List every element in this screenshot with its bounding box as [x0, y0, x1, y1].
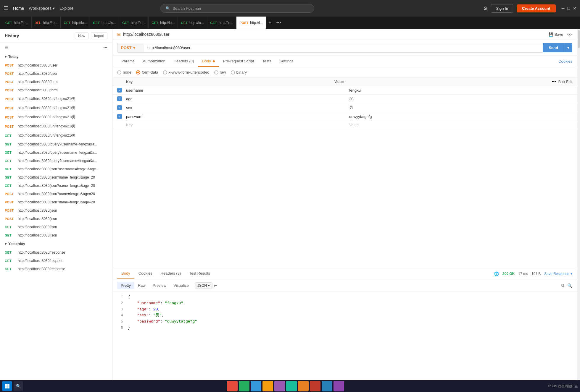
tab-settings[interactable]: Settings [276, 56, 298, 67]
tab-6[interactable]: GET http://lo... [178, 17, 207, 29]
key-placeholder[interactable]: Key [126, 123, 349, 127]
taskbar-app-4[interactable] [262, 381, 273, 391]
tab-0[interactable]: GET http://lo... [2, 17, 32, 29]
hamburger-icon[interactable]: ☰ [4, 5, 8, 12]
list-item[interactable]: POST http://localhost:8080/json [0, 206, 112, 215]
checkbox-sex[interactable] [117, 105, 122, 110]
taskbar-app-7[interactable] [298, 381, 309, 391]
vertical-scrollbar[interactable] [577, 29, 580, 380]
today-group-label[interactable]: ▾ Today [0, 52, 112, 61]
tab-5[interactable]: GET http://lo... [149, 17, 178, 29]
list-item[interactable]: GET http://localhost:8080/request [0, 257, 112, 265]
key-sex[interactable]: sex [126, 106, 349, 110]
checkbox-age[interactable] [117, 96, 122, 101]
taskbar-app-3[interactable] [251, 381, 261, 391]
search-taskbar-button[interactable]: 🔍 [14, 381, 23, 391]
start-button[interactable] [2, 381, 12, 391]
list-item[interactable]: POST http://localhost:8080/user [0, 69, 112, 78]
list-item[interactable]: POST http://localhost:8080/uri/fengxu/21… [0, 113, 112, 122]
taskbar-app-2[interactable] [239, 381, 249, 391]
create-account-button[interactable]: Create Account [517, 4, 556, 12]
res-tab-test-results[interactable]: Test Results [185, 268, 214, 279]
nav-workspaces[interactable]: Workspaces ▾ [29, 6, 55, 11]
list-item[interactable]: POST http://localhost:8080/json?name=fen… [0, 198, 112, 206]
taskbar-app-6[interactable] [286, 381, 297, 391]
list-item[interactable]: GET http://localhost:8080/json [0, 231, 112, 239]
send-dropdown-button[interactable]: ▾ [564, 43, 572, 52]
option-urlencoded[interactable]: x-www-form-urlencoded [163, 70, 210, 74]
more-options-icon[interactable]: ••• [552, 80, 556, 84]
value-sex[interactable]: 男 [349, 105, 572, 110]
taskbar-app-5[interactable] [274, 381, 285, 391]
filter-icon[interactable]: ☰ [5, 45, 9, 50]
list-item[interactable]: GET http://localhost:8080/uri/fengxu/21/… [0, 131, 112, 140]
import-button[interactable]: Import [91, 33, 107, 39]
tab-authorization[interactable]: Authorization [139, 56, 170, 67]
scrollbar-thumb[interactable] [578, 30, 580, 48]
value-placeholder[interactable]: Value [349, 123, 572, 127]
cookies-link[interactable]: Cookies [558, 59, 572, 64]
nav-home[interactable]: Home [13, 6, 24, 11]
wrap-icon[interactable]: ⇌ [214, 283, 217, 288]
value-password[interactable]: quwyytatgefg [349, 114, 572, 119]
list-item[interactable]: GET http://localhost:8080/query?username… [0, 140, 112, 148]
taskbar-app-8[interactable] [310, 381, 320, 391]
tab-7[interactable]: GET http://lo... [207, 17, 236, 29]
save-response-button[interactable]: Save Response ▾ [544, 272, 572, 276]
tab-3[interactable]: GET http://lo... [90, 17, 119, 29]
value-age[interactable]: 20 [349, 97, 572, 101]
list-item[interactable]: POST http://localhost:8080/form [0, 78, 112, 86]
tab-headers[interactable]: Headers (8) [170, 56, 198, 67]
taskbar-app-10[interactable] [334, 381, 344, 391]
new-button[interactable]: New [75, 33, 88, 39]
checkbox-password[interactable] [117, 114, 122, 119]
tab-8-active[interactable]: POST http://l... [236, 17, 266, 29]
res-body-tab-raw[interactable]: Raw [134, 282, 149, 289]
tab-body[interactable]: Body [198, 56, 219, 67]
res-tab-body[interactable]: Body [117, 268, 134, 279]
send-button[interactable]: Send [543, 43, 564, 52]
taskbar-app-1[interactable] [227, 381, 238, 391]
method-select[interactable]: POST ▾ [117, 43, 144, 53]
list-item[interactable]: POST http://localhost:8080/uri/fengxu/21… [0, 122, 112, 131]
tab-tests[interactable]: Tests [258, 56, 275, 67]
settings-icon[interactable]: ⚙ [483, 6, 487, 11]
tab-1[interactable]: DEL http://lo... [32, 17, 61, 29]
more-tabs-button[interactable]: ••• [274, 20, 283, 25]
checkbox-username[interactable] [117, 88, 122, 93]
list-item[interactable]: GET http://localhost:8080/query?username… [0, 148, 112, 157]
format-select[interactable]: JSON ▾ [195, 282, 212, 289]
list-item[interactable]: POST http://localhost:8080/form [0, 86, 112, 94]
list-item[interactable]: GET http://localhost:8080/json?name=feng… [0, 173, 112, 182]
option-raw[interactable]: raw [214, 70, 226, 74]
minimize-button[interactable]: ─ [562, 6, 565, 11]
res-body-tab-pretty[interactable]: Pretty [117, 282, 134, 289]
sidebar-more-icon[interactable]: ••• [103, 46, 107, 50]
key-username[interactable]: username [126, 88, 349, 93]
list-item[interactable]: GET http://localhost:8080/json?name=feng… [0, 182, 112, 190]
url-input[interactable] [144, 43, 543, 53]
sign-in-button[interactable]: Sign In [491, 4, 513, 13]
taskbar-app-9[interactable] [322, 381, 332, 391]
tab-params[interactable]: Params [117, 56, 139, 67]
list-item[interactable]: GET http://localhost:8080/response [0, 265, 112, 273]
list-item[interactable]: POST http://localhost:8080/json [0, 215, 112, 223]
list-item[interactable]: POST http://localhost:8080/json?name=fen… [0, 190, 112, 198]
option-form-data[interactable]: form-data [136, 70, 158, 74]
list-item[interactable]: POST http://localhost:8080/uri/fengxu/21… [0, 103, 112, 113]
code-button[interactable]: </> [567, 32, 572, 37]
save-button[interactable]: 💾 Save [549, 32, 563, 37]
list-item[interactable]: POST http://localhost:8080/uri/fengxu/21… [0, 94, 112, 103]
value-username[interactable]: fengxu [349, 88, 572, 93]
close-button[interactable]: ✕ [573, 6, 576, 11]
nav-explore[interactable]: Explore [59, 6, 73, 11]
search-bar[interactable]: 🔍 Search Postman [160, 4, 314, 13]
res-body-tab-preview[interactable]: Preview [149, 282, 170, 289]
list-item[interactable]: GET http://localhost:8080/json?username=… [0, 165, 112, 173]
list-item[interactable]: POST http://localhost:8080/user [0, 61, 112, 69]
list-item[interactable]: GET http://localhost:8080/response [0, 248, 112, 257]
maximize-button[interactable]: □ [568, 6, 570, 11]
option-none[interactable]: none [117, 70, 131, 74]
add-tab-button[interactable]: + [266, 20, 274, 26]
yesterday-group-label[interactable]: ▾ Yesterday [0, 239, 112, 248]
